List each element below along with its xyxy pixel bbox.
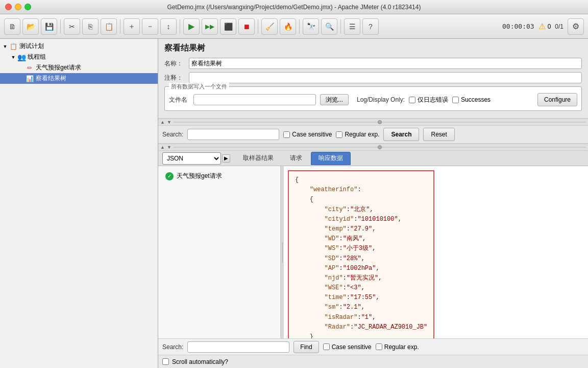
filename-input[interactable] [193,94,316,105]
search-toolbar-button[interactable]: 🔍 [321,18,337,35]
stop-button[interactable]: ⬛ [220,18,236,35]
format-select[interactable]: JSON Text Boundary CSS/JQuery XPath Extr… [162,152,221,165]
new-button[interactable]: 🗎 [4,18,20,35]
copy-button[interactable]: ⎘ [82,18,99,35]
separator-6 [340,19,341,34]
open-button[interactable]: 📂 [22,18,39,35]
bottom-regular-exp-group: Regular exp. [376,343,419,351]
sidebar-label-threadgroup: 线程组 [28,53,46,61]
separator-2 [120,19,120,34]
file-section-legend: 所有数据写入一个文件 [169,83,229,90]
expand-button[interactable]: ＋ [124,18,140,35]
json-line-10: "njd":"暂无实况", [295,273,427,283]
bottom-case-sensitive-group: Case sensitive [323,343,372,351]
log-only-checkbox[interactable] [409,97,415,103]
json-line-1: "weatherinfo": [295,185,427,195]
help-button[interactable]: ? [362,18,379,35]
format-select-wrapper: JSON Text Boundary CSS/JQuery XPath Extr… [162,152,230,165]
warning-count: 0 [548,23,551,30]
log-display-row: Log/Display Only: 仅日志错误 Successes [357,96,491,104]
flame-button[interactable]: 🔥 [280,18,296,35]
list-button[interactable]: ☰ [344,18,360,35]
bottom-search-input[interactable] [187,341,289,353]
json-line-6: "WD":"南风", [295,234,427,244]
file-section: 所有数据写入一个文件 文件名 浏览... Log/Display Only: 仅… [164,86,582,111]
divider-arrow-down-2[interactable]: ▼ [167,145,172,150]
bottom-case-sensitive-checkbox[interactable] [323,343,330,350]
tab-sampler-result[interactable]: 取样器结果 [235,152,281,165]
search-button[interactable]: Search [383,128,419,141]
regular-exp-label: Regular exp. [345,131,379,138]
tab-response-data-label: 响应数据 [318,154,343,163]
name-row: 名称： [164,58,582,69]
successes-checkbox-group: Successes [452,96,491,103]
sidebar-label-testplan: 测试计划 [19,42,44,51]
json-content-box: { "weatherinfo": { "city":"北京", "cityid"… [288,170,434,338]
comment-label: 注释： [164,74,185,82]
successes-checkbox[interactable] [452,97,459,103]
tab-response-data[interactable]: 响应数据 [311,152,351,165]
json-line-14: "isRadar":"1", [295,313,427,323]
binoculars-button[interactable]: 🔭 [303,18,319,35]
vert-divider-line [282,242,283,263]
separator-4 [258,19,258,34]
titlebar: GetDemo.jmx (/Users/wangxing/Project/dem… [0,0,588,14]
scroll-auto-checkbox[interactable] [162,358,169,365]
case-sensitive-checkbox[interactable] [283,131,290,138]
collapse-button[interactable]: － [142,18,158,35]
search-input[interactable] [187,129,279,140]
browse-button[interactable]: 浏览... [320,94,349,105]
cut-button[interactable]: ✂ [64,18,80,35]
reset-button[interactable]: Reset [423,128,454,141]
run-no-pause-button[interactable]: ▶▶ [202,18,218,35]
sidebar-item-testplan[interactable]: ▼ 📋 测试计划 [0,41,158,52]
filename-label: 文件名 [169,96,189,104]
json-panel[interactable]: { "weatherinfo": { "city":"北京", "cityid"… [284,166,588,338]
find-button[interactable]: Find [293,341,318,353]
bottom-search-label: Search: [162,343,183,351]
run-button[interactable]: ▶ [183,18,200,35]
case-sensitive-group: Case sensitive [283,131,332,138]
right-panel: 察看结果树 名称： 注释： 所有数据写入一个文件 文件名 浏览... [158,39,588,368]
bottom-regular-exp-checkbox[interactable] [376,343,382,350]
success-icon: ✓ [165,172,174,180]
configure-button[interactable]: Configure [537,93,577,106]
maximize-button[interactable] [24,4,31,10]
resulttree-icon: 📊 [26,75,34,83]
divider-slider-2 [174,147,586,148]
sidebar: ▼ 📋 测试计划 ▼ 👥 线程组 ✏ 天气预报get请求 📊 察看结果树 [0,39,158,368]
comment-input[interactable] [189,72,582,83]
close-button[interactable] [5,4,12,10]
slider-thumb [378,120,382,124]
search-label: Search: [162,131,183,138]
file-row: 文件名 浏览... Log/Display Only: 仅日志错误 Succes… [169,93,577,106]
toggle-button[interactable]: ↕ [160,18,177,35]
result-item-label: 天气预报get请求 [177,172,222,180]
name-input[interactable] [189,58,582,69]
divider-arrow-up-2[interactable]: ▲ [160,145,165,150]
regular-exp-checkbox[interactable] [336,131,342,138]
log-display-label: Log/Display Only: [357,96,405,103]
divider-arrow-down[interactable]: ▼ [167,120,172,125]
divider-arrow-up[interactable]: ▲ [160,120,165,125]
case-sensitive-label: Case sensitive [292,131,332,138]
paste-button[interactable]: 📋 [101,18,117,35]
format-scroll-btn[interactable]: ▶ [222,154,230,163]
sidebar-item-httprequest[interactable]: ✏ 天气预报get请求 [0,62,158,73]
tab-request[interactable]: 请求 [282,152,310,165]
stop-now-button[interactable]: ⏹ [238,18,255,35]
json-line-0: { [295,175,427,185]
sidebar-item-resulttree[interactable]: 📊 察看结果树 [0,73,158,84]
slider-thumb-2 [378,145,382,149]
result-item-0[interactable]: ✓ 天气预报get请求 [162,170,276,182]
window-controls[interactable] [5,4,31,10]
name-label: 名称： [164,59,185,68]
sidebar-item-threadgroup[interactable]: ▼ 👥 线程组 [0,52,158,62]
panel-header: 察看结果树 名称： 注释： 所有数据写入一个文件 文件名 浏览... [158,39,588,119]
save-button[interactable]: 💾 [41,18,57,35]
remote-engine-button[interactable]: ⚙ [568,18,584,35]
minimize-button[interactable] [15,4,21,10]
regular-exp-group: Regular exp. [336,131,379,138]
json-line-11: "WSE":"<3", [295,283,427,293]
broom-button[interactable]: 🧹 [261,18,278,35]
